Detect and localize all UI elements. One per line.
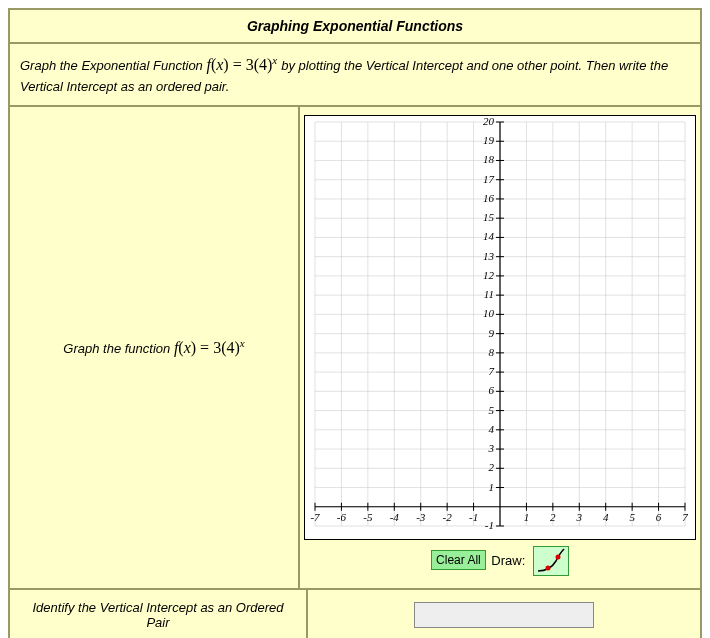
svg-text:18: 18	[483, 153, 495, 165]
svg-text:-3: -3	[416, 511, 426, 523]
svg-text:7: 7	[682, 511, 688, 523]
svg-text:19: 19	[483, 134, 495, 146]
graph-toolbar: Clear All Draw:	[304, 546, 696, 576]
svg-text:6: 6	[656, 511, 662, 523]
formula-cell: f(x) = 3(4)x	[174, 339, 245, 356]
instructions-pre: Graph the Exponential Function	[20, 58, 206, 73]
graph-canvas[interactable]: -7-6-5-4-3-2-11234567-112345678910111213…	[304, 115, 696, 540]
svg-text:4: 4	[489, 423, 495, 435]
graph-prompt-cell: Graph the function f(x) = 3(4)x	[10, 107, 300, 588]
svg-text:2: 2	[489, 461, 495, 473]
svg-point-109	[545, 565, 550, 570]
svg-text:11: 11	[484, 288, 494, 300]
svg-text:7: 7	[489, 365, 495, 377]
vertical-intercept-prompt: Identify the Vertical Intercept as an Or…	[10, 590, 308, 638]
svg-text:3: 3	[488, 442, 495, 454]
graph-cell: -7-6-5-4-3-2-11234567-112345678910111213…	[300, 107, 700, 588]
svg-text:16: 16	[483, 192, 495, 204]
clear-all-button[interactable]: Clear All	[431, 550, 486, 570]
svg-text:-2: -2	[443, 511, 453, 523]
curve-tool-icon	[534, 547, 568, 575]
instructions: Graph the Exponential Function f(x) = 3(…	[10, 44, 700, 107]
svg-text:-1: -1	[485, 519, 494, 531]
svg-text:12: 12	[483, 269, 495, 281]
svg-text:9: 9	[489, 326, 495, 338]
svg-text:6: 6	[489, 384, 495, 396]
svg-text:-1: -1	[469, 511, 478, 523]
formula-inline: f(x) = 3(4)x	[206, 56, 281, 73]
vertical-intercept-input[interactable]	[414, 602, 594, 628]
svg-text:1: 1	[489, 480, 495, 492]
svg-text:20: 20	[483, 116, 495, 127]
svg-text:5: 5	[629, 511, 635, 523]
svg-point-110	[555, 554, 560, 559]
svg-text:10: 10	[483, 307, 495, 319]
answer-cell	[308, 590, 700, 638]
svg-text:17: 17	[483, 173, 495, 185]
svg-text:3: 3	[576, 511, 583, 523]
main-row: Graph the function f(x) = 3(4)x -7-6-5-4…	[10, 107, 700, 590]
svg-text:13: 13	[483, 249, 495, 261]
svg-text:-5: -5	[363, 511, 373, 523]
coordinate-grid[interactable]: -7-6-5-4-3-2-11234567-112345678910111213…	[305, 116, 695, 536]
svg-text:-6: -6	[337, 511, 347, 523]
problem-container: Graphing Exponential Functions Graph the…	[8, 8, 702, 638]
svg-text:-7: -7	[310, 511, 320, 523]
svg-text:15: 15	[483, 211, 495, 223]
svg-text:4: 4	[603, 511, 609, 523]
svg-text:-4: -4	[390, 511, 400, 523]
graph-prompt-text: Graph the function	[63, 341, 174, 356]
svg-text:1: 1	[524, 511, 530, 523]
page-title: Graphing Exponential Functions	[10, 10, 700, 44]
svg-text:14: 14	[483, 230, 495, 242]
curve-tool-button[interactable]	[533, 546, 569, 576]
svg-text:5: 5	[489, 403, 495, 415]
draw-label: Draw:	[491, 553, 525, 568]
answer-row: Identify the Vertical Intercept as an Or…	[10, 590, 700, 638]
svg-text:8: 8	[489, 346, 495, 358]
svg-text:2: 2	[550, 511, 556, 523]
